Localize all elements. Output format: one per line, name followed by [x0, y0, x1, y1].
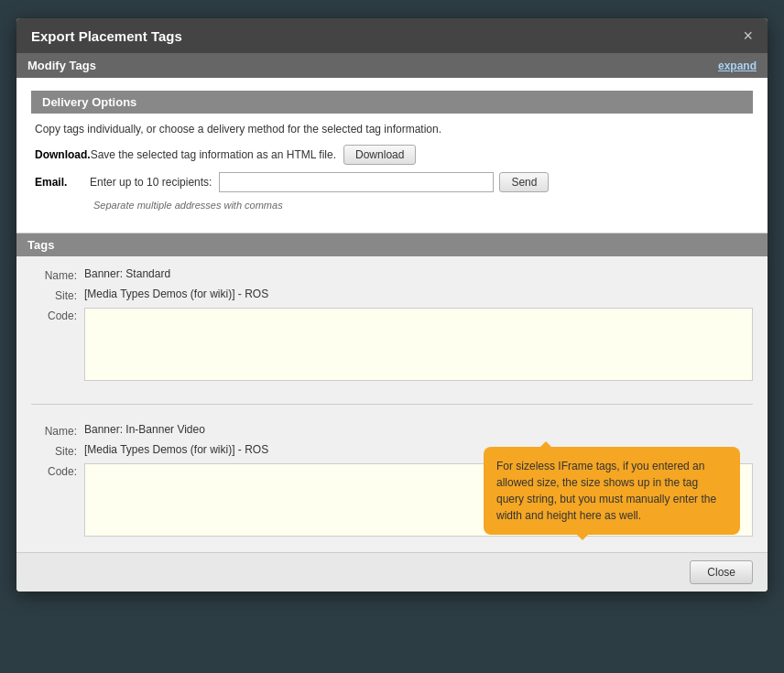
delivery-options-content: Copy tags individually, or choose a deli…: [31, 114, 753, 220]
tooltip-text: For sizeless IFrame tags, if you entered…: [496, 460, 716, 522]
modify-tags-label: Modify Tags: [27, 59, 96, 72]
tag1-site-row: Site: [Media Types Demos (for wiki)] - R…: [31, 288, 753, 302]
tag2-site-label: Site:: [31, 443, 77, 458]
tag1-code-container: [84, 308, 753, 384]
tag1-code-label: Code:: [31, 308, 77, 322]
modal-header: Export Placement Tags ×: [16, 18, 768, 53]
delivery-options-title: Delivery Options: [31, 91, 753, 114]
email-hint: Separate multiple addresses with commas: [93, 200, 749, 211]
modal-footer: Close: [16, 552, 768, 592]
send-button[interactable]: Send: [499, 172, 549, 192]
tag2-site-value: [Media Types Demos (for wiki)] - ROS: [84, 443, 268, 456]
tag1-name-label: Name:: [31, 267, 77, 282]
export-placement-tags-modal: Export Placement Tags × Modify Tags expa…: [16, 18, 768, 592]
tooltip-bubble: For sizeless IFrame tags, if you entered…: [484, 447, 740, 535]
modal-close-x-button[interactable]: ×: [743, 27, 753, 44]
tag2-code-label: Code:: [31, 463, 77, 478]
tag1-name-row: Name: Banner: Standard: [31, 267, 753, 282]
delivery-description: Copy tags individually, or choose a deli…: [35, 123, 749, 136]
tag2-name-row: Name: Banner: In-Banner Video: [31, 423, 753, 438]
download-desc-text: Save the selected tag information as an …: [91, 148, 336, 161]
email-desc-text: Enter up to 10 recipients:: [90, 176, 212, 189]
email-row: Email. Enter up to 10 recipients: Send: [35, 172, 749, 192]
download-label: Download.: [35, 148, 91, 161]
download-button[interactable]: Download: [343, 145, 416, 165]
email-label: Email.: [35, 176, 90, 189]
expand-link[interactable]: expand: [718, 60, 757, 72]
tag1-site-label: Site:: [31, 288, 77, 302]
tag1-code-textarea[interactable]: [84, 308, 753, 381]
tag1-site-value: [Media Types Demos (for wiki)] - ROS: [84, 288, 268, 300]
modify-tags-section-header: Modify Tags expand: [16, 53, 768, 78]
download-row: Download. Save the selected tag informat…: [35, 145, 749, 165]
tag1-name-value: Banner: Standard: [84, 267, 170, 280]
tag2-name-value: Banner: In-Banner Video: [84, 423, 205, 436]
tag-block-1: Name: Banner: Standard Site: [Media Type…: [16, 256, 768, 396]
modal-title: Export Placement Tags: [31, 28, 182, 44]
tag1-code-row: Code:: [31, 308, 753, 384]
tag2-name-label: Name:: [31, 423, 77, 438]
close-modal-button[interactable]: Close: [690, 560, 753, 584]
modal-overlay: Export Placement Tags × Modify Tags expa…: [0, 0, 784, 673]
modal-body: Modify Tags expand Delivery Options Copy…: [16, 53, 768, 552]
tag-divider: [31, 404, 753, 405]
delivery-options-section: Delivery Options Copy tags individually,…: [16, 78, 768, 233]
email-input[interactable]: [219, 172, 494, 192]
tags-section-header: Tags: [16, 233, 768, 256]
